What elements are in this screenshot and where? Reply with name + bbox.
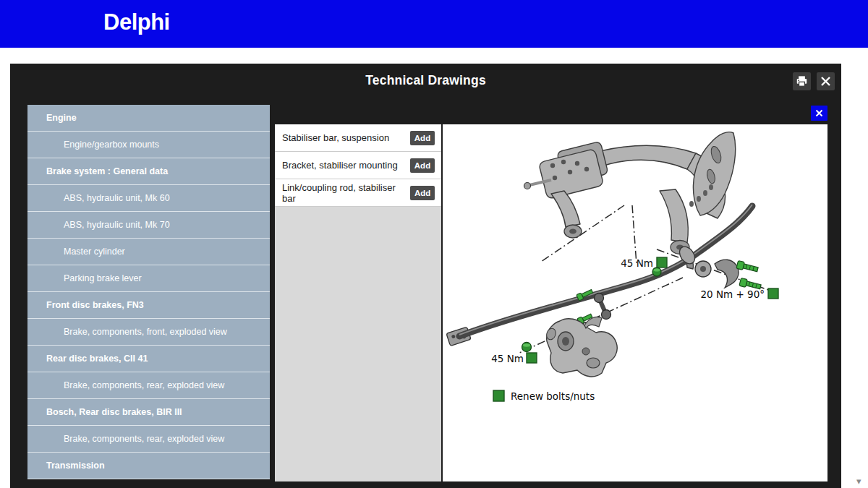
sidebar-item-label: ABS, hydraulic unit, Mk 70 [27, 220, 170, 230]
sidebar-item-label: Master cylinder [27, 247, 125, 257]
part-name-label: Bracket, stabiliser mounting [282, 160, 398, 171]
sidebar-item-11[interactable]: Bosch, Rear disc brakes, BIR III [27, 399, 270, 426]
modal-close-button[interactable] [817, 72, 835, 90]
renew-marker-icon [768, 288, 778, 299]
sidebar-item-1[interactable]: Engine/gearbox mounts [27, 132, 270, 158]
drawing-legend: Renew bolts/nuts [493, 390, 595, 402]
close-icon [815, 109, 823, 117]
modal-title: Technical Drawings [10, 73, 841, 88]
sidebar-item-label: Bosch, Rear disc brakes, BIR III [27, 407, 182, 417]
renew-legend-icon [493, 390, 504, 401]
sidebar-item-label: Front disc brakes, FN3 [27, 300, 144, 310]
brand-header-bar: Delphi [0, 0, 868, 48]
renew-marker-icon [657, 257, 667, 267]
sidebar-item-4[interactable]: ABS, hydraulic unit, Mk 70 [27, 212, 270, 239]
sidebar-item-label: Brake, components, front, exploded view [27, 327, 227, 337]
torque-label-top: 45 Nm [621, 257, 653, 269]
sidebar-item-13[interactable]: Transmission [27, 453, 270, 479]
stabiliser-bracket-part [695, 260, 739, 288]
technical-drawing-panel: 45 Nm 20 Nm + 90° 45 Nm Renew bolts/nuts [443, 124, 827, 481]
sidebar-item-9[interactable]: Rear disc brakes, CII 41 [27, 346, 270, 372]
sidebar-item-8[interactable]: Brake, components, front, exploded view [27, 319, 270, 346]
sidebar-item-label: ABS, hydraulic unit, Mk 60 [27, 193, 170, 203]
sidebar-item-0[interactable]: Engine [27, 105, 270, 132]
technical-drawings-modal: Technical Drawings Engine Engine/gearbox… [10, 64, 841, 488]
torque-label-bottom: 45 Nm [491, 353, 524, 364]
parts-list-row: Stabiliser bar, suspension Add [275, 124, 441, 152]
parts-list-row: Link/coupling rod, stabiliser bar Add [275, 179, 441, 207]
print-button[interactable] [793, 72, 811, 90]
sidebar-item-5[interactable]: Master cylinder [27, 239, 270, 265]
knuckle-part [545, 317, 618, 376]
parts-list-panel: Stabiliser bar, suspension Add Bracket, … [275, 124, 441, 481]
delphi-logo: Delphi [103, 9, 170, 35]
renew-bolt-icon [736, 260, 762, 291]
sidebar-item-label: Brake system : General data [27, 166, 168, 176]
legend-label: Renew bolts/nuts [511, 390, 595, 402]
sidebar-item-label: Brake, components, rear, exploded view [27, 434, 224, 444]
part-name-label: Link/coupling rod, stabiliser bar [282, 182, 410, 204]
sidebar-item-6[interactable]: Parking brake lever [27, 265, 270, 292]
parts-list-row: Bracket, stabiliser mounting Add [275, 152, 441, 179]
torque-label-right: 20 Nm + 90° [700, 288, 765, 300]
sidebar-item-10[interactable]: Brake, components, rear, exploded view [27, 372, 270, 399]
print-icon [795, 74, 809, 88]
sidebar-item-label: Engine/gearbox mounts [27, 140, 159, 150]
renew-marker-icon [527, 353, 537, 363]
sidebar-item-2[interactable]: Brake system : General data [27, 158, 270, 185]
scrollbar-down-arrow-icon[interactable]: ▾ [856, 476, 861, 487]
sidebar-item-7[interactable]: Front disc brakes, FN3 [27, 292, 270, 319]
add-part-button[interactable]: Add [410, 158, 435, 173]
sidebar-item-label: Engine [27, 113, 77, 123]
sidebar-item-label: Parking brake lever [27, 273, 142, 283]
close-icon [820, 76, 831, 87]
exploded-view-drawing: 45 Nm 20 Nm + 90° 45 Nm Renew bolts/nuts [443, 124, 827, 481]
add-part-button[interactable]: Add [410, 186, 435, 200]
sidebar-item-label: Brake, components, rear, exploded view [27, 380, 224, 390]
drawing-close-button[interactable] [811, 106, 827, 121]
sidebar: Engine Engine/gearbox mounts Brake syste… [27, 105, 270, 479]
sidebar-item-3[interactable]: ABS, hydraulic unit, Mk 60 [27, 185, 270, 212]
sidebar-item-12[interactable]: Brake, components, rear, exploded view [27, 426, 270, 453]
add-part-button[interactable]: Add [410, 131, 435, 145]
sidebar-item-label: Rear disc brakes, CII 41 [27, 354, 148, 364]
part-name-label: Stabiliser bar, suspension [282, 132, 389, 143]
sidebar-item-label: Transmission [27, 461, 105, 471]
